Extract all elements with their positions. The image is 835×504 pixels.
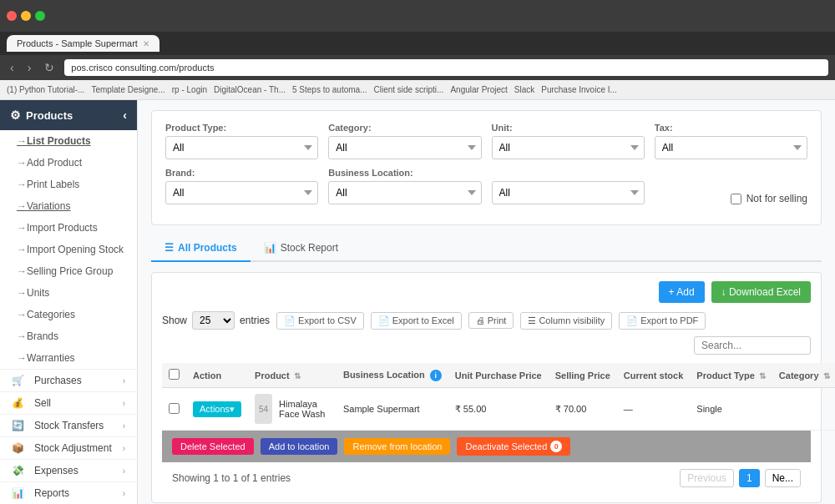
print-icon: 🖨: [476, 315, 485, 325]
purchases-chevron-icon: ›: [123, 376, 125, 386]
sidebar-item-list-products[interactable]: List Products: [0, 130, 137, 152]
address-input[interactable]: [64, 59, 828, 76]
print-button[interactable]: 🖨 Print: [468, 312, 514, 329]
remove-from-location-button[interactable]: Remove from location: [344, 438, 450, 455]
category-label: Category:: [328, 123, 481, 133]
products-table: Action Product ⇅ Business Location i Uni…: [162, 363, 835, 431]
sidebar-item-import-products[interactable]: Import Products: [0, 217, 137, 239]
sidebar-item-selling-price-group[interactable]: Selling Price Group: [0, 260, 137, 282]
sidebar-section-reports[interactable]: 📊 Reports ›: [0, 481, 137, 504]
sidebar-section-stock-transfers[interactable]: 🔄 Stock Transfers ›: [0, 414, 137, 436]
bookmark-7[interactable]: Angular Project: [450, 85, 507, 94]
select-all-checkbox[interactable]: [169, 369, 180, 380]
unit-label: Unit:: [492, 123, 645, 133]
category-sort-icon[interactable]: ⇅: [823, 371, 830, 381]
show-entries-select[interactable]: 25 10 50 100: [192, 311, 235, 330]
bookmark-9[interactable]: Purchase Invoice I...: [541, 85, 617, 94]
sidebar-section-purchases[interactable]: 🛒 Purchases ›: [0, 369, 137, 391]
sidebar-collapse-icon[interactable]: ‹: [123, 108, 127, 122]
location-2-select[interactable]: All: [492, 181, 645, 204]
export-csv-button[interactable]: 📄 Export to CSV: [276, 312, 364, 330]
export-csv-label: Export to CSV: [298, 315, 357, 325]
bookmarks-bar: (1) Python Tutorial-... Template Designe…: [0, 80, 835, 100]
controls-top: + Add ↓ Download Excel: [162, 281, 811, 303]
forward-button[interactable]: ›: [24, 59, 35, 76]
sidebar-item-import-opening-stock[interactable]: Import Opening Stock: [0, 239, 137, 260]
stock-adjustment-icon: 📦: [12, 442, 24, 454]
download-excel-button[interactable]: ↓ Download Excel: [711, 281, 811, 303]
product-sort-icon[interactable]: ⇅: [294, 371, 301, 381]
next-page-button[interactable]: Ne...: [765, 469, 801, 487]
previous-page-button[interactable]: Previous: [680, 469, 734, 487]
export-pdf-button[interactable]: 📄 Export to PDF: [619, 312, 706, 330]
bookmark-1[interactable]: (1) Python Tutorial-...: [7, 85, 84, 94]
delete-selected-button[interactable]: Delete Selected: [172, 438, 254, 455]
row-checkbox[interactable]: [169, 403, 180, 414]
bookmark-4[interactable]: DigitalOcean - Th...: [214, 85, 286, 94]
sidebar-item-brands[interactable]: Brands: [0, 325, 137, 347]
sidebar-item-categories[interactable]: Categories: [0, 304, 137, 325]
reload-button[interactable]: ↻: [41, 59, 58, 76]
search-box: [694, 336, 811, 355]
maximize-button[interactable]: [35, 11, 45, 21]
sidebar-item-print-labels[interactable]: Print Labels: [0, 174, 137, 195]
back-button[interactable]: ‹: [7, 59, 18, 76]
tab-all-products-label: All Products: [178, 242, 237, 254]
bookmark-2[interactable]: Template Designe...: [91, 85, 164, 94]
reports-icon: 📊: [12, 487, 24, 499]
tabs-row: ☰ All Products 📊 Stock Report: [151, 235, 822, 262]
main-content: Product Type: All Category: All Unit: Al…: [138, 100, 835, 504]
bookmark-8[interactable]: Slack: [514, 85, 534, 94]
row-unit-purchase-price-cell: ₹ 55.00: [448, 388, 549, 431]
purchases-icon: 🛒: [12, 375, 24, 386]
business-location-info-icon[interactable]: i: [430, 370, 442, 381]
bookmark-3[interactable]: rp - Login: [172, 85, 207, 94]
sidebar-item-warranties[interactable]: Warranties: [0, 347, 137, 369]
row-unit-purchase-price: ₹ 55.00: [455, 404, 487, 414]
category-select[interactable]: All: [328, 136, 481, 159]
business-location-select[interactable]: All: [328, 181, 481, 204]
tab-all-products[interactable]: ☰ All Products: [151, 235, 250, 262]
bookmark-6[interactable]: Client side scripti...: [373, 85, 443, 94]
app-container: ⚙ Products ‹ List Products Add Product P…: [0, 100, 835, 504]
entries-label: entries: [240, 315, 270, 326]
sidebar-section-stock-adjustment[interactable]: 📦 Stock Adjustment ›: [0, 436, 137, 459]
filter-group-brand: Brand: All: [165, 168, 318, 204]
sidebar-item-add-product[interactable]: Add Product: [0, 152, 137, 174]
product-name: Himalaya Face Wash: [279, 399, 330, 419]
export-excel-label: Export to Excel: [392, 315, 454, 325]
close-button[interactable]: [7, 11, 17, 21]
product-type-sort-icon[interactable]: ⇅: [759, 371, 766, 381]
brand-select[interactable]: All: [165, 181, 318, 204]
page-1-button[interactable]: 1: [739, 469, 760, 487]
controls-bar: Show 25 10 50 100 entries 📄 Export to CS…: [162, 311, 811, 355]
traffic-lights: [7, 11, 45, 21]
deactivate-selected-button[interactable]: Deactivate Selected 0: [457, 437, 570, 456]
not-for-selling-checkbox[interactable]: [731, 194, 741, 204]
product-type-select[interactable]: All: [165, 136, 318, 159]
sidebar-item-units[interactable]: Units: [0, 282, 137, 304]
sidebar-section-sell[interactable]: 💰 Sell ›: [0, 391, 137, 414]
add-to-location-button[interactable]: Add to location: [261, 438, 338, 455]
add-button[interactable]: + Add: [659, 281, 705, 303]
search-input[interactable]: [694, 336, 811, 355]
export-excel-button[interactable]: 📄 Export to Excel: [371, 312, 462, 330]
table-header-row: Action Product ⇅ Business Location i Uni…: [162, 363, 835, 388]
minimize-button[interactable]: [21, 11, 31, 21]
row-checkbox-cell: [162, 388, 186, 431]
tab-stock-report[interactable]: 📊 Stock Report: [250, 235, 352, 262]
not-for-selling-group: Not for selling: [655, 193, 807, 204]
address-bar: ‹ › ↻: [0, 55, 835, 80]
browser-tab[interactable]: Products - Sample Supermart ✕: [7, 35, 159, 52]
sidebar-item-variations[interactable]: Variations: [0, 195, 137, 217]
bookmark-5[interactable]: 5 Steps to automa...: [292, 85, 367, 94]
unit-select[interactable]: All: [492, 136, 645, 159]
sidebar-section-expenses[interactable]: 💸 Expenses ›: [0, 459, 137, 481]
tab-bar: Products - Sample Supermart ✕: [0, 32, 835, 55]
tab-close-icon[interactable]: ✕: [143, 39, 149, 48]
tax-select[interactable]: All: [655, 136, 807, 159]
row-actions-button[interactable]: Actions▾: [193, 401, 241, 417]
products-icon: ⚙: [10, 108, 21, 122]
stock-adjustment-chevron-icon: ›: [123, 444, 125, 453]
column-visibility-button[interactable]: ☰ Column visibility: [520, 312, 612, 330]
